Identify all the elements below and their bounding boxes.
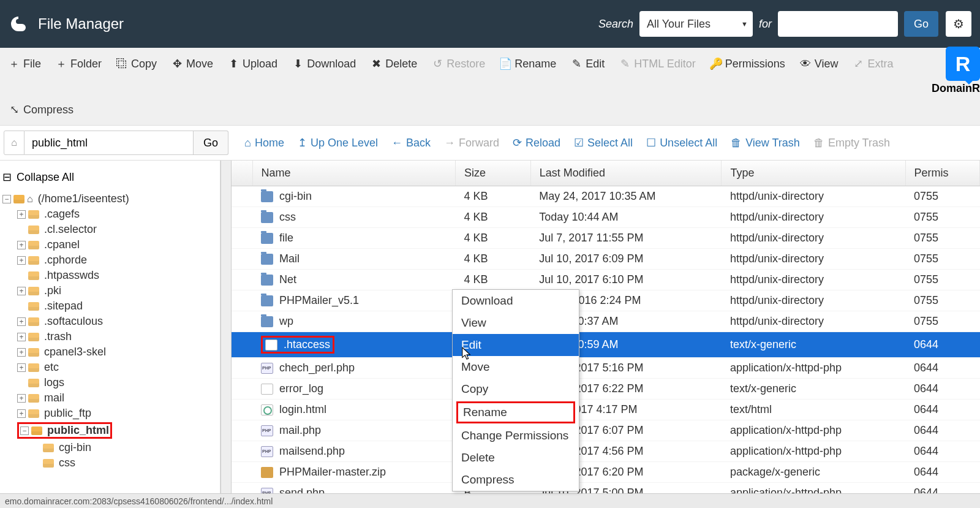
- context-menu-item[interactable]: Copy: [453, 378, 579, 400]
- nav-reload[interactable]: ⟳Reload: [513, 136, 560, 150]
- app-title: File Manager: [38, 15, 124, 32]
- pencil-icon: ✎: [571, 57, 582, 70]
- context-menu-item[interactable]: Compress: [453, 469, 579, 491]
- context-menu-item[interactable]: Change Permissions: [453, 425, 579, 447]
- col-type[interactable]: Type: [722, 161, 905, 186]
- collapse-all-button[interactable]: ⊟ Collapse All: [0, 165, 220, 191]
- settings-button[interactable]: ⚙: [946, 11, 971, 37]
- tree-toggle[interactable]: +: [17, 363, 26, 372]
- nav-view-trash[interactable]: 🗑View Trash: [731, 137, 800, 150]
- tree-item[interactable]: +.cphorde: [2, 252, 220, 268]
- col-perms[interactable]: Permis: [905, 161, 979, 186]
- table-row[interactable]: Net4 KBJul 10, 2017 6:10 PMhttpd/unix-di…: [232, 270, 980, 290]
- context-menu-item[interactable]: Edit: [453, 334, 579, 356]
- nav-select-all[interactable]: ☑Select All: [574, 136, 633, 150]
- search-scope-select[interactable]: All Your Files ▼: [639, 11, 753, 37]
- tree-toggle[interactable]: +: [17, 394, 26, 403]
- table-row[interactable]: css4 KBToday 10:44 AMhttpd/unix-director…: [232, 207, 980, 228]
- restore-button[interactable]: ↺Restore: [431, 53, 486, 74]
- table-row[interactable]: PHPMailer-master.zipKBJul 10, 2017 6:20 …: [232, 462, 980, 483]
- tree-item[interactable]: .sitepad: [2, 298, 220, 314]
- tree-item-label: etc: [44, 361, 59, 374]
- permissions-button[interactable]: 🔑Permissions: [709, 53, 786, 74]
- nav-back[interactable]: ←Back: [391, 137, 431, 150]
- col-icon[interactable]: [232, 161, 252, 186]
- upload-button[interactable]: ⬆Upload: [227, 53, 279, 74]
- search-input[interactable]: [778, 11, 898, 37]
- col-name[interactable]: Name: [252, 161, 455, 186]
- tree-root-label[interactable]: (/home1/iseentest): [38, 192, 129, 205]
- table-row[interactable]: wpToday 10:37 AMhttpd/unix-directory0755: [232, 311, 980, 332]
- copy-button[interactable]: ⿻Copy: [115, 54, 158, 74]
- tree-toggle[interactable]: +: [17, 333, 26, 341]
- tree-item[interactable]: css: [2, 455, 220, 471]
- view-button[interactable]: 👁View: [799, 54, 840, 74]
- context-menu-item[interactable]: Rename: [456, 401, 575, 423]
- tree-item[interactable]: +.softaculous: [2, 314, 220, 329]
- path-go-button[interactable]: Go: [194, 131, 228, 155]
- compress-button[interactable]: ⤡Compress: [7, 99, 75, 120]
- tree-toggle[interactable]: +: [17, 348, 26, 357]
- search-go-button[interactable]: Go: [904, 11, 938, 37]
- html-editor-button[interactable]: ✎HTML Editor: [618, 53, 696, 74]
- home-button[interactable]: ⌂: [4, 131, 24, 155]
- table-row[interactable]: PHPMailer_v5.1Jun 6, 2016 2:24 PMhttpd/u…: [232, 290, 980, 311]
- context-menu-item[interactable]: Move: [453, 356, 579, 378]
- tree-item[interactable]: +.cpanel: [2, 237, 220, 252]
- tree-toggle[interactable]: +: [17, 210, 26, 219]
- tree-item[interactable]: cgi-bin: [2, 440, 220, 455]
- file-type-icon: [261, 446, 273, 457]
- tree-item[interactable]: +public_ftp: [2, 406, 220, 421]
- context-menu-item[interactable]: Download: [453, 290, 579, 312]
- tree-item[interactable]: +cpanel3-skel: [2, 344, 220, 360]
- table-row[interactable]: chech_perl.phpsJul 10, 2017 5:16 PMappli…: [232, 358, 980, 379]
- table-row[interactable]: Mail4 KBJul 10, 2017 6:09 PMhttpd/unix-d…: [232, 249, 980, 270]
- uncheck-icon: ☐: [646, 136, 656, 150]
- download-button[interactable]: ⬇Download: [291, 53, 357, 74]
- nav-unselect-all[interactable]: ☐Unselect All: [646, 136, 717, 150]
- nav-empty-trash[interactable]: 🗑Empty Trash: [813, 137, 890, 150]
- col-modified[interactable]: Last Modified: [530, 161, 722, 186]
- tree-item[interactable]: +etc: [2, 360, 220, 375]
- tree-toggle[interactable]: +: [17, 287, 26, 295]
- tree-toggle[interactable]: −: [2, 195, 11, 203]
- path-input[interactable]: [24, 131, 194, 155]
- splitter-handle[interactable]: ▴▾: [221, 161, 232, 508]
- context-menu-item[interactable]: Delete: [453, 447, 579, 469]
- tree-item[interactable]: .htpasswds: [2, 268, 220, 283]
- tree-toggle[interactable]: −: [20, 426, 29, 435]
- tree-item[interactable]: +mail: [2, 390, 220, 406]
- nav-up[interactable]: ↥Up One Level: [298, 136, 378, 150]
- tree-item[interactable]: logs: [2, 375, 220, 390]
- table-row[interactable]: login.htmlesJul 8, 2017 4:17 PMtext/html…: [232, 400, 980, 420]
- new-file-button[interactable]: ＋File: [7, 53, 42, 75]
- table-row[interactable]: error_logKBJul 10, 2017 6:22 PMtext/x-ge…: [232, 379, 980, 400]
- tree-toggle[interactable]: +: [17, 317, 26, 326]
- nav-forward[interactable]: →Forward: [444, 137, 499, 150]
- rename-button[interactable]: 📄Rename: [499, 53, 557, 74]
- tree-item[interactable]: −public_html: [2, 421, 220, 440]
- new-folder-button[interactable]: ＋Folder: [55, 53, 103, 75]
- extract-button[interactable]: ⤢Extra: [851, 53, 894, 74]
- folder-icon: [28, 317, 39, 326]
- nav-home[interactable]: ⌂Home: [244, 137, 284, 150]
- table-row[interactable]: .htaccessToday 10:59 AMtext/x-generic064…: [232, 332, 980, 358]
- edit-button[interactable]: ✎Edit: [570, 53, 606, 74]
- tree-toggle[interactable]: +: [17, 409, 26, 418]
- table-row[interactable]: file4 KBJul 7, 2017 11:55 PMhttpd/unix-d…: [232, 228, 980, 249]
- tree-item[interactable]: +.pki: [2, 283, 220, 298]
- table-row[interactable]: mail.phpJul 10, 2017 6:07 PMapplication/…: [232, 420, 980, 441]
- tree-toggle[interactable]: +: [17, 256, 26, 265]
- move-button[interactable]: ✥Move: [170, 53, 214, 74]
- cell-name: Mail: [252, 249, 455, 270]
- delete-button[interactable]: ✖Delete: [369, 53, 418, 74]
- tree-item[interactable]: +.trash: [2, 329, 220, 344]
- table-row[interactable]: mailsend.phpBJul 10, 2017 4:56 PMapplica…: [232, 441, 980, 462]
- tree-item[interactable]: +.cagefs: [2, 207, 220, 222]
- col-size[interactable]: Size: [455, 161, 530, 186]
- tree-toggle[interactable]: +: [17, 241, 26, 249]
- context-menu-item[interactable]: View: [453, 312, 579, 334]
- eye-icon: 👁: [800, 58, 811, 70]
- tree-item[interactable]: .cl.selector: [2, 222, 220, 237]
- table-row[interactable]: cgi-bin4 KBMay 24, 2017 10:35 AMhttpd/un…: [232, 186, 980, 207]
